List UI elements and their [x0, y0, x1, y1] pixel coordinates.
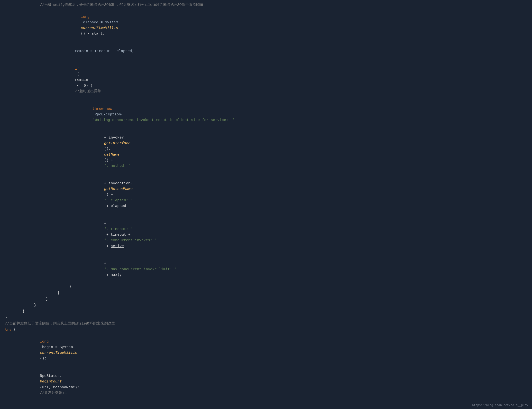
code-line: long elapsed = System. currentTimeMillis…: [5, 8, 532, 43]
code-line: try {: [5, 402, 532, 409]
code-editor: //当被notify唤醒后，会先判断是否已经超时，然后继续执行while循环判断…: [0, 0, 532, 409]
code-line: }: [5, 302, 532, 308]
code-line: throw new RpcException( "Waiting concurr…: [5, 100, 532, 129]
code-line: + ", timeout: " + timeout + ". concurren…: [5, 215, 532, 255]
code-line: try {: [5, 327, 532, 333]
code-line: long begin = System. currentTimeMillis (…: [5, 333, 532, 367]
code-line: }: [5, 296, 532, 302]
comment: //当被notify唤醒后，会先判断是否已经超时，然后继续执行while循环判断…: [5, 2, 203, 8]
code-line: if ( remain <= 0) { //超时抛出异常: [5, 60, 532, 100]
code-line: }: [5, 284, 532, 290]
code-line: //当被notify唤醒后，会先判断是否已经超时，然后继续执行while循环判断…: [5, 2, 532, 8]
code-line: }: [5, 315, 532, 321]
footer-url: https://blog.csdn.net/cold__play: [472, 404, 528, 407]
code-line: + ". max concurrent invoke limit: " + ma…: [5, 255, 532, 284]
code-line: }: [5, 308, 532, 314]
code-line: RpcStatus. beginCount (url, methodName);…: [5, 367, 532, 402]
code-line: }: [5, 290, 532, 296]
code-line: + invocation. getMethodName () + ", elap…: [5, 175, 532, 215]
code-content: //当被notify唤醒后，会先判断是否已经超时，然后继续执行while循环判断…: [0, 2, 532, 409]
code-line: remain = timeout - elapsed;: [5, 43, 532, 60]
code-line: //当前并发数低于限流阈值，则会从上面的while循环跳出来到这里: [5, 321, 532, 327]
code-line: + invoker. getInterface (). getName () +…: [5, 129, 532, 175]
